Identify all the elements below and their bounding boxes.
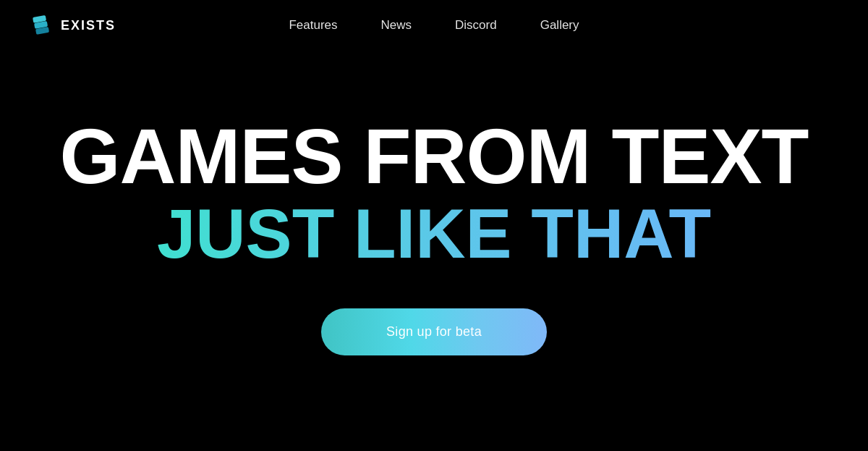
nav-item-gallery[interactable]: Gallery <box>540 18 579 33</box>
hero-title-line2: JUST LIKE THAT <box>157 195 711 272</box>
logo-text: EXISTS <box>61 18 116 33</box>
nav-item-discord[interactable]: Discord <box>455 18 497 33</box>
navbar: EXISTS Features News Discord Gallery <box>0 0 868 51</box>
nav-item-features[interactable]: Features <box>289 18 337 33</box>
hero-title-line1: GAMES FROM TEXT <box>60 117 809 195</box>
nav-links: Features News Discord Gallery <box>289 18 579 33</box>
cta-signup-button[interactable]: Sign up for beta <box>321 308 547 355</box>
logo-icon <box>29 13 54 38</box>
hero-section: GAMES FROM TEXT JUST LIKE THAT Sign up f… <box>0 36 868 437</box>
nav-item-news[interactable]: News <box>381 18 412 33</box>
logo[interactable]: EXISTS <box>29 13 116 38</box>
